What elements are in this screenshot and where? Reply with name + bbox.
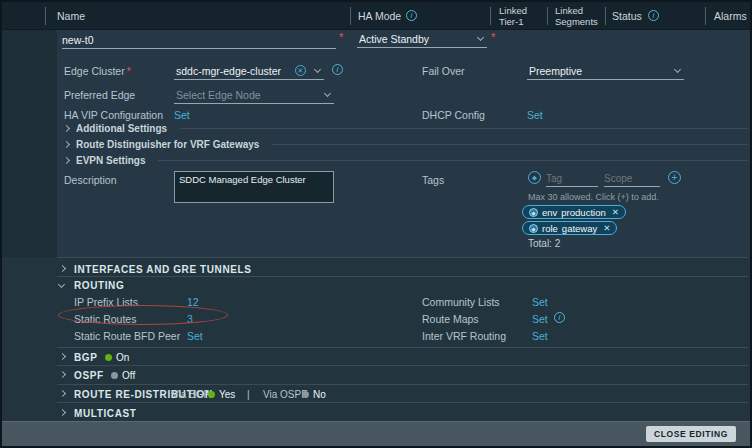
chevron-right-icon — [63, 141, 70, 148]
gateway-name-input[interactable] — [62, 32, 336, 49]
divider — [57, 347, 748, 348]
chevron-down-icon — [58, 281, 65, 288]
divider — [57, 365, 748, 366]
header-divider — [490, 7, 491, 25]
static-route-bfd-peer-label: Static Route BFD Peer — [74, 330, 180, 342]
chevron-down-icon — [477, 34, 484, 41]
divider — [57, 402, 748, 403]
preferred-edge-placeholder: Select Edge Node — [176, 89, 261, 101]
status-dot-gray — [302, 391, 309, 398]
community-lists-link[interactable]: Set — [532, 296, 548, 308]
divider — [180, 128, 748, 129]
required-asterisk: * — [491, 31, 495, 43]
dhcp-config-label: DHCP Config — [422, 109, 485, 121]
divider — [272, 144, 748, 145]
preferred-edge-select[interactable]: Select Edge Node — [174, 87, 334, 104]
description-textarea[interactable]: SDDC Managed Edge Cluster — [174, 171, 334, 203]
divider — [57, 257, 748, 258]
gateway-edit-screen: Name HA Mode i Linked Tier-1 Gateways Li… — [0, 0, 752, 448]
tag-input[interactable] — [546, 170, 598, 187]
chevron-right-icon — [59, 265, 66, 272]
edge-cluster-combobox[interactable]: sddc-mgr-edge-cluster ✕ — [174, 63, 324, 80]
via-ospf-value: No — [313, 389, 326, 400]
footer-bar: CLOSE EDITING — [2, 421, 750, 446]
community-lists-label: Community Lists — [422, 296, 500, 308]
edge-cluster-label: Edge Cluster — [64, 65, 131, 77]
fail-over-label: Fail Over — [422, 65, 465, 77]
section-title: OSPF — [74, 370, 104, 381]
chevron-down-icon — [674, 66, 681, 73]
via-ospf-label: Via OSPF — [263, 389, 307, 400]
ospf-state: Off — [122, 370, 135, 381]
status-info-icon[interactable]: i — [648, 10, 659, 21]
add-tag-icon[interactable]: + — [668, 171, 681, 184]
pill-tag: env — [542, 207, 557, 218]
chevron-right-icon — [63, 157, 70, 164]
status-dot-green — [105, 354, 112, 361]
pill-scope: gateway — [562, 223, 597, 234]
section-label: EVPN Settings — [76, 155, 145, 166]
red-annotation-ellipse — [58, 305, 228, 325]
tag-icon: ◆ — [529, 224, 538, 233]
header-divider — [605, 7, 606, 25]
route-maps-info-icon[interactable]: i — [554, 312, 565, 323]
column-linked-segments: Linked Segments — [555, 6, 601, 28]
chevron-right-icon — [59, 409, 66, 416]
section-label: Route Distinguisher for VRF Gateways — [76, 139, 259, 150]
section-multicast[interactable]: MULTICAST — [59, 407, 749, 421]
route-maps-link[interactable]: Set — [532, 313, 548, 325]
dhcp-set-link[interactable]: Set — [527, 109, 543, 121]
edge-cluster-value: sddc-mgr-edge-cluster — [176, 65, 281, 77]
section-evpn-settings[interactable]: EVPN Settings — [64, 155, 748, 166]
header-divider — [705, 7, 706, 25]
divider — [158, 160, 748, 161]
ha-vip-label: HA VIP Configuration — [64, 109, 163, 121]
via-bgp-value: Yes — [219, 389, 235, 400]
scope-input[interactable] — [604, 170, 660, 187]
status-dot-gray — [111, 372, 118, 379]
chevron-down-icon — [324, 90, 331, 97]
section-title: INTERFACES AND GRE TUNNELS — [74, 264, 251, 275]
inter-vrf-routing-label: Inter VRF Routing — [422, 330, 506, 342]
section-title: BGP — [74, 352, 97, 363]
edge-cluster-info-icon[interactable]: i — [332, 64, 343, 75]
close-editing-button[interactable]: CLOSE EDITING — [646, 426, 736, 442]
tag-icon: ◆ — [529, 208, 538, 217]
status-dot-green — [208, 391, 215, 398]
ha-mode-info-icon[interactable]: i — [406, 10, 417, 21]
section-bgp[interactable]: BGP On — [59, 351, 749, 365]
ha-mode-value: Active Standby — [359, 33, 429, 45]
divider — [57, 384, 748, 385]
clear-icon[interactable]: ✕ — [295, 65, 306, 76]
section-title: MULTICAST — [74, 408, 136, 419]
inter-vrf-routing-link[interactable]: Set — [532, 330, 548, 342]
section-route-distinguisher[interactable]: Route Distinguisher for VRF Gateways — [64, 139, 748, 150]
column-ha-mode: HA Mode — [358, 10, 401, 22]
remove-tag-icon[interactable]: ✕ — [612, 207, 619, 217]
fail-over-select[interactable]: Preemptive — [527, 63, 684, 80]
section-route-redistribution[interactable]: ROUTE RE-DISTRIBUTION Via BGP Yes | Via … — [59, 388, 749, 402]
ha-vip-set-link[interactable]: Set — [174, 109, 190, 121]
header-divider — [547, 7, 548, 25]
static-route-bfd-peer-link[interactable]: Set — [187, 330, 203, 342]
section-additional-settings[interactable]: Additional Settings — [64, 123, 748, 134]
header-divider — [45, 7, 46, 25]
column-alarms: Alarms — [714, 10, 747, 22]
chevron-right-icon — [59, 353, 66, 360]
grid-header: Name HA Mode i Linked Tier-1 Gateways Li… — [2, 2, 750, 30]
section-ospf[interactable]: OSPF Off — [59, 369, 749, 383]
section-routing[interactable]: ROUTING — [59, 279, 749, 293]
column-status: Status — [612, 10, 642, 22]
route-maps-label: Route Maps — [422, 313, 479, 325]
remove-tag-icon[interactable]: ✕ — [603, 223, 610, 233]
ha-mode-select[interactable]: Active Standby — [357, 31, 487, 48]
tag-pill: ◆ role gateway ✕ — [522, 221, 617, 235]
chevron-right-icon — [59, 390, 66, 397]
fail-over-value: Preemptive — [529, 65, 582, 77]
divider — [57, 276, 748, 277]
section-title: ROUTING — [74, 280, 124, 291]
tags-hint: Max 30 allowed. Click (+) to add. — [528, 192, 659, 202]
section-label: Additional Settings — [76, 123, 167, 134]
bgp-state: On — [116, 352, 129, 363]
pill-scope: production — [561, 207, 605, 218]
